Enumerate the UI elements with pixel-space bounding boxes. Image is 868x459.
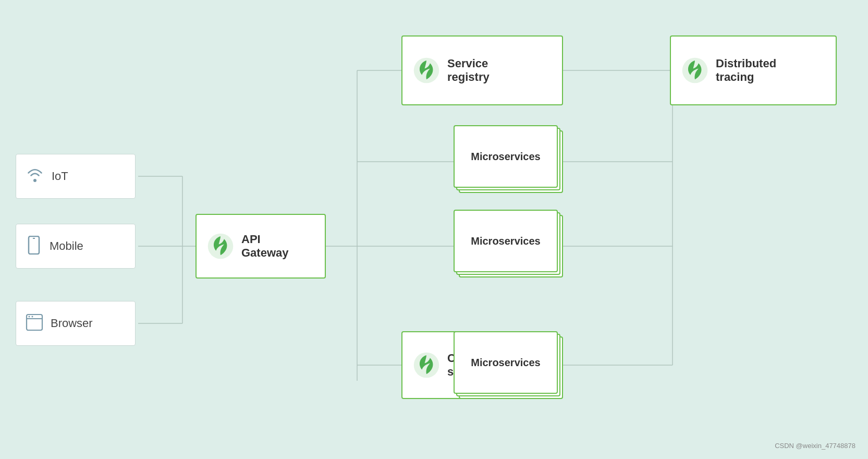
svg-point-23 xyxy=(32,316,33,318)
api-gateway-card: APIGateway xyxy=(195,214,326,279)
service-registry-spring-icon xyxy=(413,57,440,84)
microservices-3-stack: Microservices xyxy=(454,331,558,394)
distributed-tracing-label: Distributedtracing xyxy=(716,57,776,84)
iot-label: IoT xyxy=(52,170,68,183)
mobile-card: Mobile xyxy=(16,224,136,269)
spring-leaf-icon xyxy=(207,233,234,260)
browser-label: Browser xyxy=(51,317,93,330)
service-registry-label: Serviceregistry xyxy=(447,57,490,84)
mobile-icon xyxy=(26,236,42,257)
microservices-1-label: Microservices xyxy=(471,150,540,163)
microservices-2-stack: Microservices xyxy=(454,210,558,272)
svg-rect-18 xyxy=(29,236,39,254)
svg-point-22 xyxy=(29,316,30,318)
microservices-2-label: Microservices xyxy=(471,235,540,247)
config-server-spring-icon xyxy=(413,352,440,379)
microservices-3-label: Microservices xyxy=(471,356,540,369)
iot-card: IoT xyxy=(16,154,136,199)
browser-card: Browser xyxy=(16,301,136,346)
api-gateway-label: APIGateway xyxy=(241,233,289,260)
mobile-label: Mobile xyxy=(50,239,83,253)
distributed-tracing-card: Distributedtracing xyxy=(670,35,837,105)
wifi-icon xyxy=(26,165,44,188)
diagram-container: IoT Mobile Browser APIGateway xyxy=(0,0,868,459)
distributed-tracing-spring-icon xyxy=(681,57,708,84)
service-registry-card: Serviceregistry xyxy=(401,35,563,105)
browser-icon xyxy=(26,313,43,333)
microservices-1-stack: Microservices xyxy=(454,125,558,188)
watermark: CSDN @weixin_47748878 xyxy=(775,442,855,450)
